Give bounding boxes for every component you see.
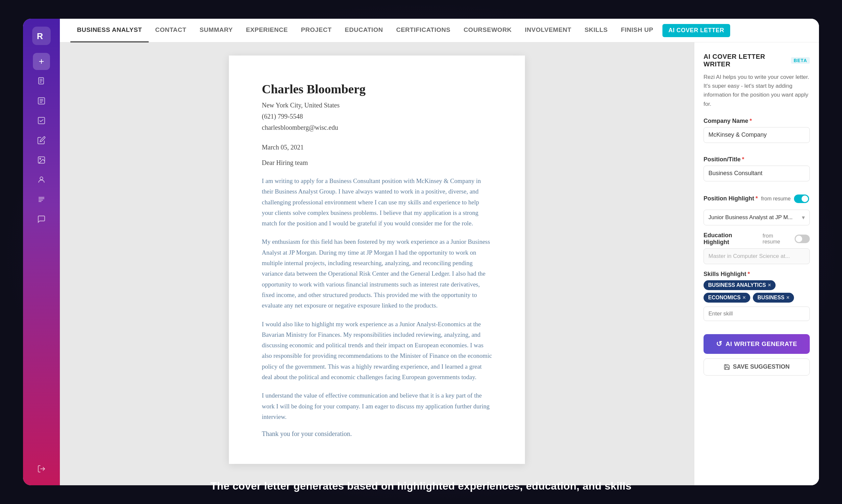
position-title-input[interactable] [704,166,810,181]
tab-project[interactable]: PROJECT [294,19,338,42]
skills-label: Skills Highlight * [704,271,810,277]
svg-rect-9 [38,117,45,124]
letter-paragraph-4: I understand the value of effective comm… [262,390,492,422]
letter-paragraph-3: I would also like to highlight my work e… [262,319,492,383]
education-from-label: from resume [763,233,791,245]
top-nav: BUSINESS ANALYST CONTACT SUMMARY EXPERIE… [60,19,819,42]
generate-btn-label: AI WRITER GENERATE [725,340,797,348]
education-placeholder: Master in Computer Science at... [704,248,810,264]
bottom-caption: The cover letter generates based on high… [0,480,842,492]
main-card: R + [23,19,819,485]
letter-name: Charles Bloomberg [262,82,492,96]
letter-salutation: Dear Hiring team [262,159,492,166]
tab-business-analyst[interactable]: BUSINESS ANALYST [70,19,149,42]
skills-container: BUSINESS ANALYTICS × ECONOMICS × BUSINES… [704,280,810,303]
save-button[interactable]: SAVE SUGGESTION [704,358,810,376]
skill-label-2: BUSINESS [757,295,785,301]
svg-point-11 [40,158,41,159]
letter-contact: New York City, United States (621) 799-5… [262,100,492,133]
sidebar-check-icon[interactable] [33,112,50,129]
tab-finish-up[interactable]: FINISH UP [614,19,660,42]
sidebar-edit-icon[interactable] [33,132,50,149]
skills-highlight-section: Skills Highlight * BUSINESS ANALYTICS × … [704,271,810,328]
sidebar-document-icon[interactable] [33,73,50,90]
skill-tag-1[interactable]: ECONOMICS × [704,293,750,303]
content-area: BUSINESS ANALYST CONTACT SUMMARY EXPERIE… [60,19,819,485]
tab-coursework[interactable]: COURSEWORK [457,19,518,42]
sidebar-image-icon[interactable] [33,151,50,168]
position-highlight-row: Position Highlight * from resume [704,195,810,203]
letter-paragraph-1: I am writing to apply for a Business Con… [262,176,492,229]
sidebar-chat-icon[interactable] [33,211,50,228]
position-title-label: Position/Title * [704,156,810,163]
education-highlight-row: Education Highlight from resume [704,232,810,246]
position-title-field: Position/Title * [704,156,810,188]
sidebar-person-icon[interactable] [33,171,50,188]
panel-title-row: AI COVER LETTER WRITER BETA [704,53,810,68]
tab-education[interactable]: EDUCATION [338,19,390,42]
main-body: Charles Bloomberg New York City, United … [60,42,819,485]
sidebar-list-icon[interactable] [33,92,50,109]
skill-remove-2[interactable]: × [786,295,789,301]
sidebar-logout-icon[interactable] [33,460,50,478]
skill-remove-0[interactable]: × [768,282,771,288]
tab-certifications[interactable]: CERTIFICATIONS [390,19,457,42]
svg-text:R: R [37,31,43,41]
letter-area: Charles Bloomberg New York City, United … [60,42,694,485]
letter-date: March 05, 2021 [262,144,492,151]
tab-skills[interactable]: SKILLS [578,19,614,42]
position-highlight-toggle[interactable] [794,195,809,203]
skill-tag-0[interactable]: BUSINESS ANALYTICS × [704,280,776,290]
beta-badge: BETA [791,57,810,64]
right-panel: AI COVER LETTER WRITER BETA Rezi AI help… [694,42,819,485]
dropdown-arrow-icon: ▾ [802,214,805,221]
tab-ai-cover-letter[interactable]: AI COVER LETTER [663,24,730,37]
tab-summary[interactable]: SUMMARY [193,19,239,42]
skill-label-1: ECONOMICS [708,295,741,301]
panel-title: AI COVER LETTER WRITER [704,53,788,68]
position-title-required: * [742,156,744,163]
sidebar-text-icon[interactable] [33,191,50,208]
panel-desc: Rezi AI helps you to write your cover le… [704,73,810,108]
letter-paper: Charles Bloomberg New York City, United … [229,55,525,464]
skill-input[interactable] [704,307,810,321]
save-btn-label: SAVE SUGGESTION [733,363,790,370]
skill-remove-1[interactable]: × [743,295,745,301]
edu-toggle-knob [796,236,802,242]
education-highlight-toggle[interactable] [795,235,810,243]
position-highlight-from-label: from resume [761,196,791,202]
position-highlight-label: Position Highlight * [704,195,758,202]
letter-closing: Thank you for your consideration. [262,430,492,438]
svg-point-12 [40,177,43,180]
skill-label-0: BUSINESS ANALYTICS [708,282,766,288]
position-highlight-dropdown[interactable]: Junior Business Analyst at JP M... ▾ [704,210,810,226]
tab-involvement[interactable]: INVOLVEMENT [518,19,578,42]
skills-required: * [748,271,750,277]
app-logo[interactable]: R [32,26,51,45]
sidebar: R + [23,19,60,485]
education-highlight-label: Education Highlight [704,232,758,246]
company-name-field: Company Name * [704,118,810,149]
letter-paragraph-2: My enthusiasm for this field has been fo… [262,237,492,311]
company-name-label: Company Name * [704,118,810,125]
position-highlight-required: * [756,195,758,202]
position-highlight-value: Junior Business Analyst at JP M... [708,214,793,221]
position-highlight-section: Position Highlight * from resume Junior … [704,195,810,226]
sidebar-add-icon[interactable]: + [33,53,50,70]
education-highlight-section: Education Highlight from resume Master i… [704,232,810,264]
tab-experience[interactable]: EXPERIENCE [239,19,294,42]
toggle-knob [802,196,808,202]
generate-button[interactable]: ↺ AI WRITER GENERATE [704,334,810,354]
screen: R + [0,0,842,504]
company-name-required: * [750,118,752,125]
tab-contact[interactable]: CONTACT [149,19,193,42]
skill-tag-2[interactable]: BUSINESS × [753,293,794,303]
company-name-input[interactable] [704,127,810,143]
